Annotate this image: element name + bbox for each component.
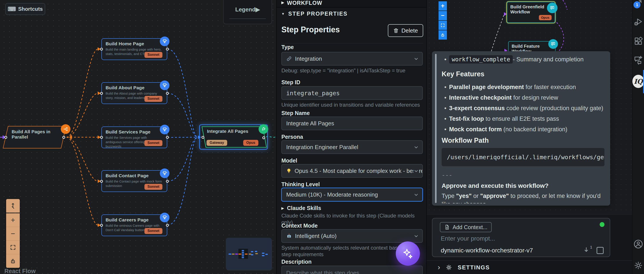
chat-message-panel[interactable]: • workflow_complete - Summary and comple… xyxy=(432,51,610,206)
model-badge: Opus xyxy=(243,140,258,146)
step-properties-panel: ▶ WORKFLOW ▼ STEP PROPERTIES Step Proper… xyxy=(276,0,427,274)
extensions-icon[interactable] xyxy=(632,37,644,46)
input-handle[interactable] xyxy=(100,224,103,227)
output-handle[interactable] xyxy=(166,180,169,183)
persona-select[interactable]: Integration Engineer Parallel xyxy=(282,140,423,154)
zoom-out-button[interactable]: − xyxy=(438,11,447,20)
input-handle[interactable] xyxy=(4,136,7,139)
workflow-path-heading: Workflow Path xyxy=(442,136,604,145)
node-build-contact-page[interactable]: Build Contact Page Build the Contact pag… xyxy=(102,170,167,192)
robot-icon xyxy=(160,80,170,90)
prompt-input-container[interactable]: Add Context... Enter your prompt... dyna… xyxy=(432,218,610,257)
node-title: Build Services Page xyxy=(106,129,163,134)
input-handle[interactable] xyxy=(100,180,103,183)
output-handle[interactable] xyxy=(166,92,169,95)
shortcuts-label: Shortcuts xyxy=(18,6,43,12)
minimap-node-chip xyxy=(228,253,231,255)
ai-assistant-fab[interactable] xyxy=(396,241,420,266)
account-icon[interactable] xyxy=(632,239,644,249)
lock-button[interactable] xyxy=(438,30,447,40)
run-debug-icon[interactable] xyxy=(632,17,644,27)
iq-logo[interactable]: IQ xyxy=(632,75,644,88)
chat-bubble-icon[interactable] xyxy=(547,3,558,13)
message-accent-bar xyxy=(435,54,436,203)
feature-item: •Mock contact form (no backend integrati… xyxy=(442,126,604,133)
description-textarea[interactable] xyxy=(282,266,423,274)
gear-icon xyxy=(445,264,452,271)
trash-icon xyxy=(393,28,399,33)
robot-icon xyxy=(160,213,170,222)
model-label: Model xyxy=(282,158,297,164)
node-build-all-pages-parallel[interactable]: Build All Pages in Parallel xyxy=(3,126,66,149)
step-name-input[interactable] xyxy=(282,116,423,130)
react-flow-attribution[interactable]: React Flow xyxy=(4,268,36,274)
type-select[interactable]: Integration xyxy=(282,52,423,66)
agent-name[interactable]: dynamic-workflow-orchestrator-v7 xyxy=(441,247,583,254)
input-handle[interactable] xyxy=(100,136,103,139)
settings-gear-icon[interactable] xyxy=(632,260,644,270)
secondary-canvas-controls[interactable]: + − xyxy=(438,1,447,40)
workflow-canvas[interactable]: Build Home Page Build the main landing p… xyxy=(0,0,276,274)
workflow-path-code[interactable]: /users/limeriqofficial/.limeriq/workflow… xyxy=(442,148,604,166)
minimap-node-chip xyxy=(245,253,248,255)
output-handle[interactable] xyxy=(262,136,265,139)
node-build-about-page[interactable]: Build About Page Build the About page wi… xyxy=(102,82,167,104)
persona-label: Persona xyxy=(282,134,303,140)
node-build-services-page[interactable]: Build Services Page Build the Services p… xyxy=(102,126,167,148)
step-id-input[interactable] xyxy=(282,86,423,100)
chat-sparkles-icon[interactable] xyxy=(632,55,644,65)
feature-item: •Interactive checkpoint for design revie… xyxy=(442,94,604,101)
context-mode-label: Context Mode xyxy=(282,223,318,229)
input-handle[interactable] xyxy=(202,136,204,139)
minimap-node-chip xyxy=(242,253,244,255)
node-title: Build Home Page xyxy=(106,41,163,46)
zoom-in-button[interactable]: + xyxy=(438,1,447,11)
auto-layout-button[interactable] xyxy=(6,199,20,213)
chat-bubble-icon[interactable] xyxy=(548,39,558,49)
minimap-node-chip xyxy=(242,252,244,253)
node-build-careers-page[interactable]: Build Careers Page Build the ominous Car… xyxy=(102,214,167,236)
add-context-label: Add Context... xyxy=(452,224,487,230)
output-handle[interactable] xyxy=(62,136,65,139)
add-context-button[interactable]: Add Context... xyxy=(440,222,492,232)
delete-label: Delete xyxy=(402,27,418,34)
input-handle[interactable] xyxy=(100,92,103,95)
output-handle[interactable] xyxy=(166,224,169,227)
minimap[interactable] xyxy=(226,238,272,270)
delete-step-button[interactable]: Delete xyxy=(388,24,423,37)
approve-question: Approve and execute this workflow? xyxy=(442,182,604,189)
legend-panel[interactable]: Legend▶ xyxy=(223,0,272,24)
stop-button[interactable] xyxy=(596,247,604,254)
minimap-node-chip xyxy=(262,253,264,254)
claude-skills-toggle[interactable]: ▶ Claude Skills xyxy=(282,205,321,211)
zoom-in-button[interactable]: + xyxy=(6,213,20,227)
model-value: Opus 4.5 - Most capable for complex work… xyxy=(294,168,423,174)
robot-icon xyxy=(160,169,170,178)
output-handle[interactable] xyxy=(166,136,169,139)
zoom-out-button[interactable]: − xyxy=(6,227,20,241)
fit-view-button[interactable] xyxy=(6,241,20,254)
step-properties-section-header[interactable]: ▼ STEP PROPERTIES xyxy=(282,11,348,17)
legend-expand-icon[interactable]: ▶ xyxy=(256,6,260,13)
gateway-badge: Gateway xyxy=(206,140,227,146)
workflow-section-header[interactable]: ▶ WORKFLOW xyxy=(276,0,426,7)
node-build-home-page[interactable]: Build Home Page Build the main landing p… xyxy=(102,38,167,60)
settings-section-toggle[interactable]: › SETTINGS xyxy=(427,261,632,274)
persona-value: Integration Engineer Parallel xyxy=(286,144,358,151)
feature-item: •3-expert consensus code review (product… xyxy=(442,105,604,112)
fit-view-button[interactable] xyxy=(438,21,447,30)
lock-button[interactable] xyxy=(6,254,20,268)
history-dropdown-button[interactable]: 1 xyxy=(583,246,593,255)
shortcuts-button[interactable]: ⌨ Shortcuts xyxy=(5,3,45,15)
chevron-right-icon: › xyxy=(438,263,440,271)
canvas-controls[interactable]: + − xyxy=(6,199,20,268)
integration-plug-icon xyxy=(258,124,268,134)
node-integrate-all-pages[interactable]: Integrate All Pages Gateway Opus xyxy=(199,124,268,150)
thinking-level-select[interactable]: Medium (10K) - Moderate reasoning xyxy=(282,188,423,201)
input-handle[interactable] xyxy=(100,48,103,51)
context-mode-select[interactable]: Intelligent (Auto) xyxy=(282,229,423,243)
model-badge: Sonnet xyxy=(144,140,162,146)
output-handle[interactable] xyxy=(166,48,169,51)
model-select[interactable]: Opus 4.5 - Most capable for complex work… xyxy=(282,164,423,178)
prompt-input[interactable]: Enter your prompt... xyxy=(441,235,495,242)
